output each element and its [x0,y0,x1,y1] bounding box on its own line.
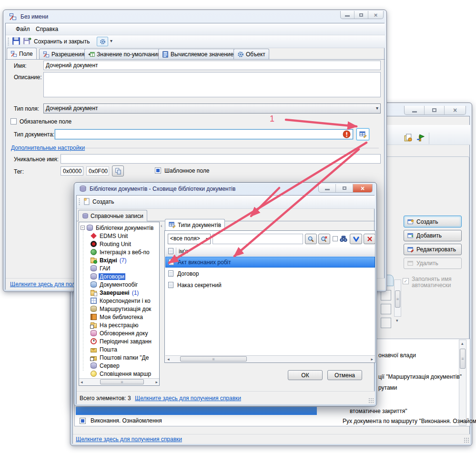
maximize-button[interactable] [354,11,368,19]
search-button[interactable] [305,234,317,244]
toolbar-grip[interactable] [8,37,9,46]
doc-type-row[interactable]: Наказ секретний [165,279,375,290]
tag-hex1-input[interactable]: 0x0000 [61,166,83,176]
tree-item-routing-docs[interactable]: Маршрутизація док [79,305,159,313]
filter-field-combobox[interactable]: <все поля> ▾ [168,234,211,244]
save-close-button[interactable]: Сохранить и закрыть [34,38,90,45]
toolbar-grip[interactable] [79,198,80,206]
close-button[interactable]: × [445,106,466,114]
collapse-splitter-icon[interactable]: ‹ [161,223,162,228]
mini-square-button-2[interactable] [381,304,391,314]
extra-settings-link[interactable]: Дополнительные настройки [11,145,85,151]
tree-item-server[interactable]: Сервер [79,362,159,370]
tree-item-periodic-tasks[interactable]: Періодичні завданн [79,337,159,345]
mini-scroll-down-arrow[interactable]: ▾ [396,319,398,323]
minimize-button[interactable] [405,106,425,114]
tree-item-inbox[interactable]: Вхідні(7) [79,256,159,264]
doc-type-input[interactable] [55,129,353,139]
template-field-checkbox[interactable] [155,167,161,174]
field-help-link[interactable]: Щелкните здесь для полу [10,281,78,288]
mini-square-button-3[interactable] [381,318,391,328]
tab-field[interactable]: Поле [7,48,37,59]
expand-all-button[interactable] [350,234,362,244]
resize-grip[interactable] [464,437,469,443]
minimize-button[interactable] [341,11,354,19]
doc-type-row[interactable]: Договор [165,268,375,279]
maximize-button[interactable] [425,106,445,114]
tree-item-completed[interactable]: Завершені(1) [79,289,159,297]
scroll-up-icon[interactable]: ▴ [461,341,464,346]
collapse-expander-icon[interactable]: − [81,226,85,230]
tab-reference-records[interactable]: Справочные записи [78,210,147,221]
tree-item-contracts[interactable]: Договори [79,272,159,280]
ok-button[interactable]: ОК [288,370,323,380]
toolbar-dropdown-arrow[interactable]: ▾ [110,38,112,43]
close-button[interactable]: × [368,11,383,19]
tab-object[interactable]: Объект [233,49,269,59]
filter-checkbox[interactable] [333,236,338,241]
doc-type-row-selected[interactable]: Акт виконаних робіт [165,257,375,268]
tree-item-my-library[interactable]: Моя библиотека [79,313,159,321]
tree-item-gai[interactable]: ГАИ [79,264,159,272]
tree-item-edms-unit[interactable]: EDMS Unit [79,232,159,240]
tab-document-types[interactable]: Типи документів [165,219,225,230]
tree-item-registration[interactable]: На реєстрацію [79,321,159,329]
add-route-button[interactable]: Добавить [404,230,462,241]
resize-grip[interactable] [368,398,374,403]
copy-tag-button[interactable] [112,165,124,176]
clear-search-button[interactable] [318,234,330,244]
search-input[interactable] [213,234,303,244]
list-scroll-thumb[interactable]: ≡ [180,356,247,362]
scroll-left-icon[interactable]: ◂ [167,357,170,362]
tree-horizontal-scrollbar[interactable]: ◂ ≡ ▸ [79,378,159,385]
mini-scroll-thumb[interactable]: ≡ [395,290,400,308]
maximize-button[interactable] [336,184,353,192]
close-filter-button[interactable] [364,234,375,244]
unique-name-input[interactable] [61,154,381,164]
tab-computed-value[interactable]: Вычисляемое значение [158,49,237,59]
tree-item-route-notifications[interactable]: Сповіщення маршр [79,370,159,378]
tree-item-web-integration[interactable]: Інтеграція з веб-по [79,248,159,256]
tree-item-mail[interactable]: Пошта [79,345,159,353]
menu-file[interactable]: Файл [13,25,33,33]
mini-vertical-scrollbar[interactable]: ≡ [394,279,401,317]
route-row-name[interactable]: Виконання. Ознайомлення [88,417,162,424]
tree-item-correspondents[interactable]: Кореспонденти і ко [79,297,159,305]
edit-route-button[interactable]: Редактировать [404,244,462,255]
tab-permissions[interactable]: Разрешения [39,49,88,59]
list-horizontal-scrollbar[interactable]: ◂ ≡ ▸ [165,355,375,362]
routes-list-scrollbar[interactable]: ▴ ≡ ▾ [459,340,466,425]
save-icon[interactable] [12,37,20,45]
tree-scroll-thumb[interactable]: ≡ [100,379,144,384]
settings-gear-button[interactable] [97,37,108,46]
name-input[interactable]: Дочерний документ [43,61,381,70]
list-header[interactable]: ім'я [165,247,375,256]
pick-doc-type-button[interactable] [356,128,369,140]
delete-route-button[interactable]: Удалить [404,258,462,269]
partially-hidden-selected-row[interactable] [76,407,317,415]
tree-item-routing-unit[interactable]: Routing Unit [79,240,159,248]
tree-item-discussions[interactable]: Обговорення доку [79,329,159,337]
create-button[interactable]: Создать [92,198,114,205]
routes-help-link[interactable]: Щелкните здесь для получения справки [76,436,182,443]
minimize-button[interactable] [319,184,336,192]
routes-scroll-thumb[interactable]: ≡ [460,349,466,369]
required-checkbox[interactable] [10,118,17,124]
tree-item-mail-folders[interactable]: Поштові папки "Де [79,353,159,362]
close-button[interactable]: × [353,184,372,192]
tree-item-docflow[interactable]: Документообіг [79,280,159,289]
menu-help[interactable]: Справка [33,25,61,33]
scroll-right-icon[interactable]: ▸ [155,380,158,384]
cancel-button[interactable]: Отмена [327,370,362,380]
create-route-button[interactable]: Создать [404,216,462,228]
binoculars-icon[interactable] [339,235,348,243]
autofill-checkbox[interactable]: ✓ [403,278,409,284]
tag-hex2-input[interactable]: 0x0F00 [86,166,109,176]
scroll-left-icon[interactable]: ◂ [81,380,83,384]
description-input[interactable] [43,72,381,97]
dialog-help-link[interactable]: Щелкните здесь для получения справки [135,395,241,402]
tab-default-value[interactable]: Значение по-умолчанию [84,49,165,59]
go-arrow-icon[interactable] [416,134,425,142]
save-close-icon[interactable] [23,37,31,45]
tree-root[interactable]: − Бібліотеки документів [79,224,159,232]
